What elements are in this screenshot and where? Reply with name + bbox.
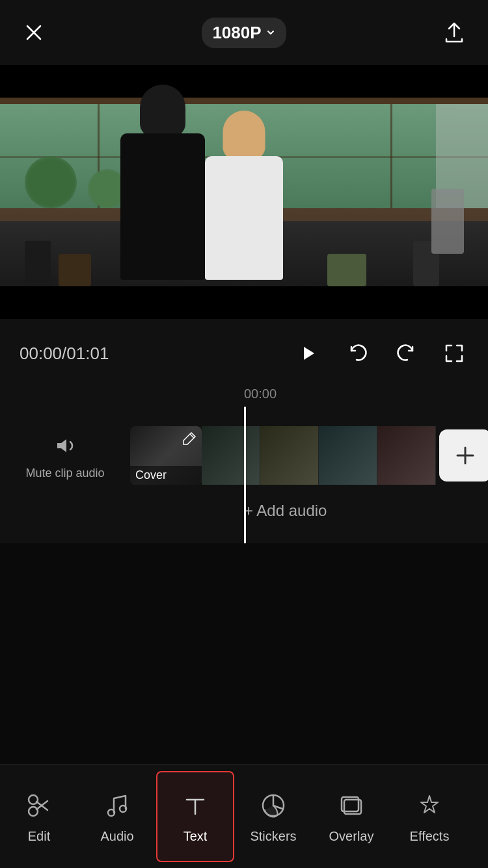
timeline-ruler: 00:00 00:02 xyxy=(0,381,488,407)
edit-label: Edit xyxy=(28,829,50,844)
effects-icon xyxy=(413,789,446,822)
black-bar-top xyxy=(0,65,488,98)
scene-content xyxy=(0,65,488,319)
time-display: 00:00/01:01 xyxy=(20,344,109,364)
edit-pencil-icon xyxy=(182,430,198,448)
person-2 xyxy=(195,111,293,280)
scissors-icon xyxy=(22,789,56,822)
effects-label: Effects xyxy=(410,829,450,844)
timeline-tracks: Mute clip audio Cover xyxy=(0,407,488,543)
close-button[interactable] xyxy=(20,18,48,47)
clip-frame-3 xyxy=(319,426,377,485)
timeline-section: 00:00/01:01 xyxy=(0,319,488,543)
black-bar-bottom xyxy=(0,286,488,319)
sticker-icon xyxy=(256,789,290,822)
play-button[interactable] xyxy=(291,337,324,370)
stickers-label: Stickers xyxy=(250,829,296,844)
toolbar-item-stickers[interactable]: Stickers xyxy=(234,771,312,862)
svg-point-3 xyxy=(29,807,38,816)
clip-frame-4 xyxy=(377,426,436,485)
audio-label: Audio xyxy=(100,829,133,844)
resolution-selector[interactable]: 1080P xyxy=(202,18,286,48)
overlay-icon xyxy=(334,789,368,822)
video-clip xyxy=(202,426,436,485)
video-preview xyxy=(0,65,488,319)
cover-label: Cover xyxy=(135,468,167,482)
resolution-value: 1080P xyxy=(212,23,261,43)
cover-thumbnail[interactable]: Cover xyxy=(130,426,202,485)
add-audio-label: + Add audio xyxy=(244,502,327,520)
track-left-controls: Mute clip audio xyxy=(0,429,130,481)
control-buttons xyxy=(291,337,468,370)
undo-button[interactable] xyxy=(344,339,372,368)
cover-overlay: Cover xyxy=(130,466,202,485)
redo-button[interactable] xyxy=(392,339,420,368)
toolbar-item-audio[interactable]: Audio xyxy=(78,771,156,862)
toolbar-item-filter[interactable]: Filter xyxy=(468,771,488,862)
export-button[interactable] xyxy=(440,18,468,47)
overlay-label: Overlay xyxy=(329,829,374,844)
text-label: Text xyxy=(183,829,208,844)
ruler-mark-0: 00:00 xyxy=(244,387,277,401)
toolbar-item-overlay[interactable]: Overlay xyxy=(312,771,390,862)
mute-icon[interactable] xyxy=(49,429,81,462)
bottom-toolbar: Edit Audio Text xyxy=(0,764,488,868)
toolbar-item-text[interactable]: Text xyxy=(156,771,234,862)
svg-point-2 xyxy=(29,795,38,804)
fullscreen-button[interactable] xyxy=(440,339,468,368)
clip-frame-2 xyxy=(260,426,319,485)
mute-label: Mute clip audio xyxy=(25,466,104,481)
blender xyxy=(431,189,464,254)
add-clip-button[interactable] xyxy=(439,429,488,481)
text-T-icon xyxy=(178,789,212,822)
music-note-icon xyxy=(100,789,134,822)
clip-frame-1 xyxy=(202,426,260,485)
toolbar-item-edit[interactable]: Edit xyxy=(0,771,78,862)
playhead xyxy=(244,407,246,543)
toolbar-item-effects[interactable]: Effects xyxy=(390,771,468,862)
timeline-controls: 00:00/01:01 xyxy=(0,325,488,381)
top-bar: 1080P xyxy=(0,0,488,65)
